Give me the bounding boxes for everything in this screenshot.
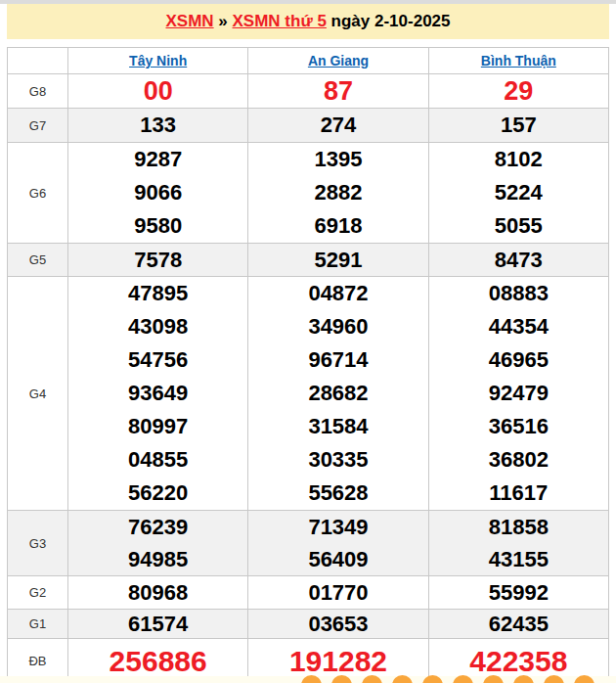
result-number: 11617 xyxy=(429,477,608,510)
lottery-ball-icon xyxy=(362,675,382,683)
lottery-ball-icon xyxy=(513,675,534,683)
result-number: 71349 xyxy=(248,511,427,543)
result-cell: 04872349609671428682315843033555628 xyxy=(248,277,428,511)
lottery-ball-icon xyxy=(453,675,473,683)
result-cell: 87 xyxy=(248,74,428,109)
result-number: 157 xyxy=(429,109,608,142)
results-table: Tây Ninh An Giang Bình Thuận G8008729G71… xyxy=(7,47,609,683)
result-number: 62435 xyxy=(429,610,608,638)
prize-row-G2: G2809680177055992 xyxy=(8,576,609,610)
result-cell: 55992 xyxy=(428,576,608,610)
result-number: 8473 xyxy=(429,244,608,276)
result-cell: 80968 xyxy=(68,576,248,610)
prize-label: G1 xyxy=(8,610,68,639)
result-number: 03653 xyxy=(248,610,427,638)
draw-date: ngày 2-10-2025 xyxy=(327,12,451,31)
result-cell: 139528826918 xyxy=(248,143,428,244)
binh-thuan-link[interactable]: Bình Thuận xyxy=(481,53,556,68)
xsmn-thu5-link[interactable]: XSMN thứ 5 xyxy=(233,12,327,31)
lottery-ball-icon xyxy=(301,675,322,683)
title-table-gap xyxy=(7,39,609,47)
header-row: Tây Ninh An Giang Bình Thuận xyxy=(8,48,609,74)
lottery-ball-icon xyxy=(422,675,443,683)
result-number: 5055 xyxy=(429,209,608,243)
result-number: 7578 xyxy=(68,244,247,276)
result-number: 5291 xyxy=(248,244,427,276)
result-number: 55628 xyxy=(248,477,427,510)
result-number: 61574 xyxy=(68,610,247,638)
result-number: 93649 xyxy=(68,377,247,410)
result-number: 46965 xyxy=(429,343,608,377)
result-number: 80968 xyxy=(68,576,247,609)
an-giang-link[interactable]: An Giang xyxy=(308,53,369,68)
result-cell: 5291 xyxy=(248,244,428,277)
result-number: 56409 xyxy=(248,543,427,575)
result-cell: 00 xyxy=(68,74,248,109)
breadcrumb-separator: » xyxy=(214,12,233,31)
prize-label: G8 xyxy=(8,74,68,109)
result-number: 44354 xyxy=(429,310,608,343)
lottery-ball-icon xyxy=(544,675,564,683)
balls-row xyxy=(301,675,594,683)
prize-column-header xyxy=(8,48,68,74)
result-number: 54756 xyxy=(68,343,247,377)
result-number: 5224 xyxy=(429,176,608,209)
result-number: 56220 xyxy=(68,477,247,510)
result-number: 92479 xyxy=(429,377,608,410)
result-number: 9287 xyxy=(68,143,247,176)
result-cell: 274 xyxy=(248,109,428,143)
page-title: XSMN » XSMN thứ 5 ngày 2-10-2025 xyxy=(7,4,609,39)
column-header-binh-thuan: Bình Thuận xyxy=(428,48,608,74)
prize-label: G4 xyxy=(8,277,68,511)
result-number: 08883 xyxy=(429,277,608,310)
results-tbody: G8008729G7133274157G69287906695801395288… xyxy=(8,74,609,683)
result-cell: 47895430985475693649809970485556220 xyxy=(68,277,248,511)
result-cell: 133 xyxy=(68,109,248,143)
prize-row-G8: G8008729 xyxy=(8,74,609,109)
result-cell: 01770 xyxy=(248,576,428,610)
result-number: 00 xyxy=(68,74,247,108)
prize-row-G3: G3762399498571349564098185843155 xyxy=(8,511,609,576)
prize-row-G1: G1615740365362435 xyxy=(8,610,609,639)
result-cell: 62435 xyxy=(428,610,608,639)
result-number: 29 xyxy=(429,74,608,108)
prize-label: G5 xyxy=(8,244,68,277)
result-cell: 29 xyxy=(428,74,608,109)
tay-ninh-link[interactable]: Tây Ninh xyxy=(129,53,187,68)
result-cell: 7578 xyxy=(68,244,248,277)
result-number: 31584 xyxy=(248,410,427,443)
prize-label: G3 xyxy=(8,511,68,576)
lottery-results-page: XSMN » XSMN thứ 5 ngày 2-10-2025 Tây Nin… xyxy=(7,4,609,683)
result-number: 34960 xyxy=(248,310,427,343)
column-header-tay-ninh: Tây Ninh xyxy=(68,48,248,74)
result-number: 2882 xyxy=(248,176,427,209)
result-number: 55992 xyxy=(429,576,608,609)
result-cell: 7134956409 xyxy=(248,511,428,576)
result-number: 6918 xyxy=(248,209,427,243)
result-cell: 03653 xyxy=(248,610,428,639)
result-number: 04855 xyxy=(68,443,247,477)
result-number: 94985 xyxy=(68,543,247,575)
result-number: 01770 xyxy=(248,576,427,609)
prize-row-G7: G7133274157 xyxy=(8,109,609,143)
result-number: 28682 xyxy=(248,377,427,410)
result-number: 76239 xyxy=(68,511,247,543)
result-number: 274 xyxy=(248,109,427,142)
prize-row-G4: G447895430985475693649809970485556220048… xyxy=(8,277,609,511)
lottery-ball-icon xyxy=(331,675,352,683)
result-number: 9066 xyxy=(68,176,247,209)
result-number: 80997 xyxy=(68,410,247,443)
prize-label: G6 xyxy=(8,143,68,244)
result-cell: 61574 xyxy=(68,610,248,639)
lottery-ball-icon xyxy=(483,675,504,683)
result-number: 1395 xyxy=(248,143,427,176)
result-number: 87 xyxy=(248,74,427,108)
result-cell: 810252245055 xyxy=(428,143,608,244)
result-number: 133 xyxy=(68,109,247,142)
result-number: 43155 xyxy=(429,543,608,575)
result-cell: 928790669580 xyxy=(68,143,248,244)
result-number: 9580 xyxy=(68,209,247,243)
result-number: 81858 xyxy=(429,511,608,543)
result-number: 8102 xyxy=(429,143,608,176)
xsmn-link[interactable]: XSMN xyxy=(165,12,213,31)
